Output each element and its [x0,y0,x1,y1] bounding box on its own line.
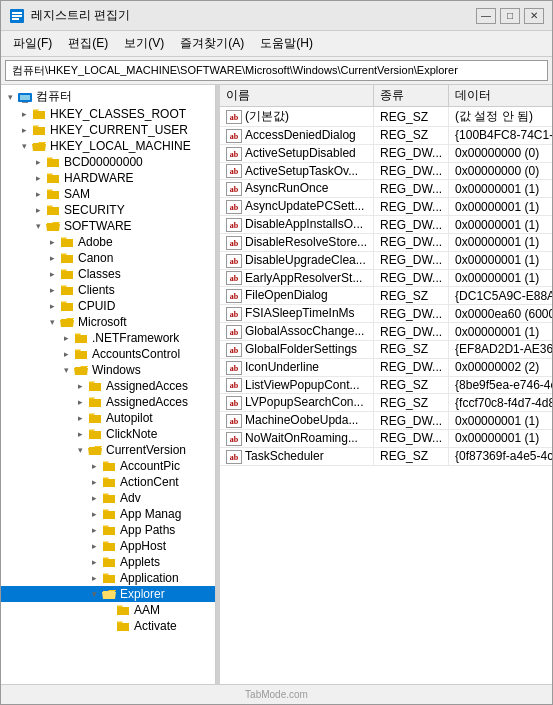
tree-item-currentversion[interactable]: ▾ CurrentVersion [1,442,215,458]
expand-arrow-bcd[interactable]: ▸ [31,155,45,169]
expand-arrow-assigned1[interactable]: ▸ [73,379,87,393]
reg-entry-data: 0x00000001 (1) [449,180,552,198]
tree-item-applets[interactable]: ▸ Applets [1,554,215,570]
tree-item-explorer[interactable]: ▾ Explorer [1,586,215,602]
folder-icon-aam [115,603,131,617]
tree-item-security[interactable]: ▸ SECURITY [1,202,215,218]
table-row[interactable]: abFSIASleepTimeInMsREG_DW...0x0000ea60 (… [220,305,552,323]
expand-arrow-clients[interactable]: ▸ [45,283,59,297]
expand-arrow-adv[interactable]: ▸ [87,491,101,505]
expand-arrow-assigned2[interactable]: ▸ [73,395,87,409]
tree-item-canon[interactable]: ▸ Canon [1,250,215,266]
tree-item-assigned1[interactable]: ▸ AssignedAcces [1,378,215,394]
table-row[interactable]: abFileOpenDialogREG_SZ{DC1C5A9C-E88A-4d [220,287,552,305]
expand-arrow-hardware[interactable]: ▸ [31,171,45,185]
tree-item-bcd[interactable]: ▸ BCD00000000 [1,154,215,170]
tree-item-accounts[interactable]: ▸ AccountsControl [1,346,215,362]
table-row[interactable]: abActiveSetupTaskOv...REG_DW...0x0000000… [220,162,552,180]
close-button[interactable]: ✕ [524,8,544,24]
tree-item-microsoft[interactable]: ▾ Microsoft [1,314,215,330]
expand-arrow-accounts[interactable]: ▸ [59,347,73,361]
tree-item-accountpic[interactable]: ▸ AccountPic [1,458,215,474]
tree-item-hklm[interactable]: ▾ HKEY_LOCAL_MACHINE [1,138,215,154]
tree-item-software[interactable]: ▾ SOFTWARE [1,218,215,234]
table-row[interactable]: abActiveSetupDisabledREG_DW...0x00000000… [220,144,552,162]
table-row[interactable]: abIconUnderlineREG_DW...0x00000002 (2) [220,358,552,376]
menu-item-favorites[interactable]: 즐겨찾기(A) [172,33,252,54]
expand-arrow-canon[interactable]: ▸ [45,251,59,265]
tree-item-application[interactable]: ▸ Application [1,570,215,586]
tree-item-appmanag[interactable]: ▸ App Manag [1,506,215,522]
tree-item-assigned2[interactable]: ▸ AssignedAcces [1,394,215,410]
table-row[interactable]: abAsyncUpdatePCSett...REG_DW...0x0000000… [220,198,552,216]
tree-panel[interactable]: ▾ 컴퓨터▸ HKEY_CLASSES_ROOT▸ HKEY_CURRENT_U… [1,85,216,684]
menu-item-file[interactable]: 파일(F) [5,33,60,54]
tree-item-hardware[interactable]: ▸ HARDWARE [1,170,215,186]
tree-item-actioncent[interactable]: ▸ ActionCent [1,474,215,490]
expand-arrow-actioncent[interactable]: ▸ [87,475,101,489]
table-row[interactable]: abDisableResolveStore...REG_DW...0x00000… [220,233,552,251]
expand-arrow-apppaths[interactable]: ▸ [87,523,101,537]
tree-item-aam[interactable]: AAM [1,602,215,618]
expand-arrow-cpuid[interactable]: ▸ [45,299,59,313]
table-row[interactable]: abDisableAppInstallsO...REG_DW...0x00000… [220,216,552,234]
table-row[interactable]: abLVPopupSearchCon...REG_SZ{fccf70c8-f4d… [220,394,552,412]
tree-item-clicknote[interactable]: ▸ ClickNote [1,426,215,442]
tree-item-autopilot[interactable]: ▸ Autopilot [1,410,215,426]
tree-item-adv[interactable]: ▸ Adv [1,490,215,506]
table-row[interactable]: abAsyncRunOnceREG_DW...0x00000001 (1) [220,180,552,198]
table-row[interactable]: abGlobalFolderSettingsREG_SZ{EF8AD2D1-AE… [220,340,552,358]
expand-arrow-autopilot[interactable]: ▸ [73,411,87,425]
expand-arrow-dotnet[interactable]: ▸ [59,331,73,345]
menu-item-edit[interactable]: 편집(E) [60,33,116,54]
tree-item-hkcu[interactable]: ▸ HKEY_CURRENT_USER [1,122,215,138]
expand-arrow-clicknote[interactable]: ▸ [73,427,87,441]
registry-table: 이름 종류 데이터 ab(기본값)REG_SZ(값 설정 안 됨)abAcces… [220,85,552,466]
table-row[interactable]: abEarlyAppResolverSt...REG_DW...0x000000… [220,269,552,287]
table-row[interactable]: abMachineOobeUpda...REG_DW...0x00000001 … [220,412,552,430]
expand-arrow-sam[interactable]: ▸ [31,187,45,201]
table-row[interactable]: abNoWaitOnRoaming...REG_DW...0x00000001 … [220,430,552,448]
tree-item-hkcr[interactable]: ▸ HKEY_CLASSES_ROOT [1,106,215,122]
expand-arrow-apphost[interactable]: ▸ [87,539,101,553]
expand-arrow-microsoft[interactable]: ▾ [45,315,59,329]
expand-arrow-classes[interactable]: ▸ [45,267,59,281]
expand-arrow-adobe[interactable]: ▸ [45,235,59,249]
expand-arrow-application[interactable]: ▸ [87,571,101,585]
expand-arrow-computer[interactable]: ▾ [3,90,17,104]
address-bar[interactable]: 컴퓨터\HKEY_LOCAL_MACHINE\SOFTWARE\Microsof… [5,60,548,81]
tree-item-computer[interactable]: ▾ 컴퓨터 [1,87,215,106]
table-row[interactable]: abAccessDeniedDialogREG_SZ{100B4FC8-74C1… [220,127,552,145]
expand-arrow-security[interactable]: ▸ [31,203,45,217]
expand-arrow-currentversion[interactable]: ▾ [73,443,87,457]
tree-item-windows[interactable]: ▾ Windows [1,362,215,378]
expand-arrow-windows[interactable]: ▾ [59,363,73,377]
tree-item-dotnet[interactable]: ▸ .NETFramework [1,330,215,346]
tree-item-apphost[interactable]: ▸ AppHost [1,538,215,554]
tree-item-apppaths[interactable]: ▸ App Paths [1,522,215,538]
minimize-button[interactable]: — [476,8,496,24]
expand-arrow-software[interactable]: ▾ [31,219,45,233]
expand-arrow-appmanag[interactable]: ▸ [87,507,101,521]
maximize-button[interactable]: □ [500,8,520,24]
tree-item-classes[interactable]: ▸ Classes [1,266,215,282]
table-row[interactable]: abTaskSchedulerREG_SZ{0f87369f-a4e5-4cfc… [220,447,552,465]
expand-arrow-hklm[interactable]: ▾ [17,139,31,153]
expand-arrow-hkcr[interactable]: ▸ [17,107,31,121]
right-panel[interactable]: 이름 종류 데이터 ab(기본값)REG_SZ(값 설정 안 됨)abAcces… [220,85,552,684]
menu-item-help[interactable]: 도움말(H) [252,33,321,54]
tree-item-cpuid[interactable]: ▸ CPUID [1,298,215,314]
tree-item-clients[interactable]: ▸ Clients [1,282,215,298]
expand-arrow-applets[interactable]: ▸ [87,555,101,569]
table-row[interactable]: abDisableUpgradeClea...REG_DW...0x000000… [220,251,552,269]
menu-item-view[interactable]: 보기(V) [116,33,172,54]
table-row[interactable]: abGlobalAssocChange...REG_DW...0x0000000… [220,323,552,341]
expand-arrow-explorer[interactable]: ▾ [87,587,101,601]
table-row[interactable]: ab(기본값)REG_SZ(값 설정 안 됨) [220,107,552,127]
tree-item-activate[interactable]: Activate [1,618,215,634]
expand-arrow-hkcu[interactable]: ▸ [17,123,31,137]
expand-arrow-accountpic[interactable]: ▸ [87,459,101,473]
tree-item-sam[interactable]: ▸ SAM [1,186,215,202]
tree-item-adobe[interactable]: ▸ Adobe [1,234,215,250]
table-row[interactable]: abListViewPopupCont...REG_SZ{8be9f5ea-e7… [220,376,552,394]
